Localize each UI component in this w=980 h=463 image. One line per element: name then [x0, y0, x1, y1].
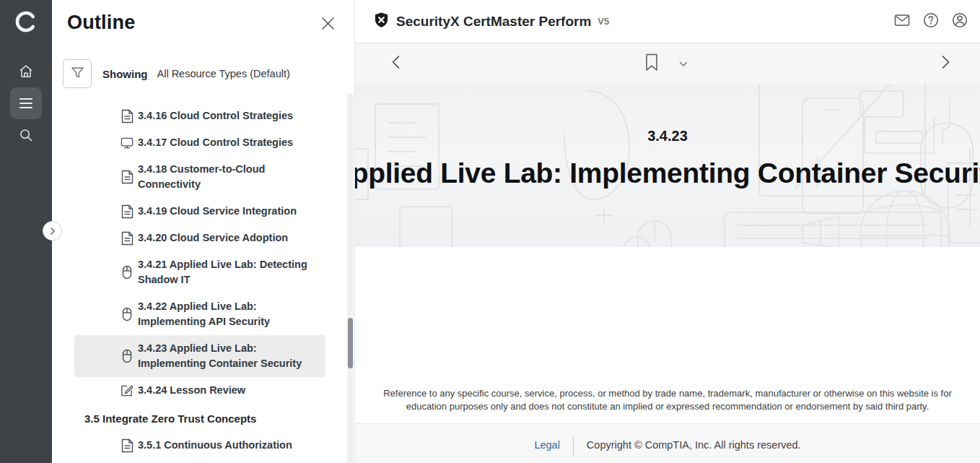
chevron-right-icon: [941, 55, 950, 72]
next-lesson-button[interactable]: [935, 53, 955, 74]
bookmark-icon: [645, 53, 658, 74]
outline-item[interactable]: 3.4.19 Cloud Service Integration: [74, 198, 325, 225]
filter-row: Showing All Resource Types (Default): [63, 59, 290, 88]
outline-item-label: 3.4.17 Cloud Control Strategies: [138, 135, 293, 150]
chevron-left-icon: [391, 55, 401, 72]
third-party-disclaimer: Reference to any specific course, servic…: [382, 387, 953, 413]
lesson-title: Applied Live Lab: Implementing Container…: [355, 157, 980, 189]
lesson-navbar: [355, 43, 980, 84]
outline-item-label: 3.4.21 Applied Live Lab: Detecting Shado…: [138, 257, 320, 287]
chevron-down-icon: [679, 57, 688, 70]
lesson-banner: 3.4.23 Applied Live Lab: Implementing Co…: [355, 84, 980, 247]
edit-icon: [121, 384, 134, 398]
comptia-c-logo: [13, 6, 39, 38]
page-footer: Legal Copyright © CompTIA, Inc. All righ…: [355, 423, 980, 463]
outline-list: 3.4.16 Cloud Control Strategies3.4.17 Cl…: [52, 103, 354, 459]
outline-item-label: 3.5.1 Continuous Authorization: [138, 438, 292, 453]
mail-icon: [893, 12, 911, 32]
copyright-text: Copyright © CompTIA, Inc. All rights res…: [587, 439, 801, 451]
monitor-icon: [121, 136, 134, 150]
outline-item-label: 3.4.24 Lesson Review: [138, 383, 245, 398]
filter-button[interactable]: [63, 59, 92, 88]
securityx-shield-icon: [373, 12, 390, 31]
outline-scrollbar-track[interactable]: [347, 94, 354, 463]
legal-link[interactable]: Legal: [534, 439, 559, 451]
account-icon: [951, 12, 968, 32]
mouse-icon: [121, 349, 134, 363]
outline-item[interactable]: 3.4.17 Cloud Control Strategies: [74, 129, 325, 156]
bookmark-group: [642, 53, 694, 74]
outline-item[interactable]: 3.4.23 Applied Live Lab: Implementing Co…: [74, 335, 325, 377]
app-title: SecurityX CertMaster Perform: [396, 14, 591, 30]
filter-showing-label: Showing: [102, 68, 148, 80]
bookmark-menu-button[interactable]: [673, 53, 694, 74]
app-rail: [0, 0, 52, 463]
main-column: SecurityX CertMaster Perform V5: [354, 0, 980, 463]
outline-item-label: 3.4.23 Applied Live Lab: Implementing Co…: [138, 341, 320, 371]
outline-item-label: 3.5 Integrate Zero Trust Concepts: [84, 411, 256, 426]
document-icon: [121, 109, 134, 124]
outline-item-label: 3.4.20 Cloud Service Adoption: [138, 230, 288, 246]
document-icon: [121, 231, 134, 246]
document-icon: [121, 438, 134, 453]
mouse-icon: [121, 265, 134, 280]
close-outline-button[interactable]: [319, 16, 336, 33]
document-icon: [121, 170, 134, 184]
close-icon: [321, 17, 335, 33]
previous-lesson-button[interactable]: [385, 53, 406, 74]
app-version: V5: [598, 16, 609, 27]
outline-section-header[interactable]: 3.5 Integrate Zero Trust Concepts: [84, 405, 325, 432]
outline-scrollbar-thumb[interactable]: [348, 318, 353, 368]
outline-panel: Outline Showing All Resource Types (Defa…: [52, 0, 354, 463]
outline-item[interactable]: 3.4.18 Customer-to-Cloud Connectivity: [74, 156, 325, 198]
messages-button[interactable]: [893, 13, 911, 30]
outline-item-label: 3.4.19 Cloud Service Integration: [138, 204, 297, 219]
outline-item-label: 3.4.22 Applied Live Lab: Implementing AP…: [138, 299, 320, 329]
collapse-outline-button[interactable]: [43, 221, 62, 241]
outline-item[interactable]: 3.4.20 Cloud Service Adoption: [74, 225, 325, 251]
mouse-icon: [121, 307, 134, 321]
outline-item[interactable]: 3.4.22 Applied Live Lab: Implementing AP…: [74, 293, 325, 335]
outline-item[interactable]: 3.4.16 Cloud Control Strategies: [74, 103, 325, 129]
outline-item-label: 3.4.16 Cloud Control Strategies: [138, 108, 293, 124]
outline-item-label: 3.4.18 Customer-to-Cloud Connectivity: [138, 162, 320, 192]
outline-item[interactable]: 3.4.24 Lesson Review: [74, 377, 325, 404]
lesson-number: 3.4.23: [647, 128, 688, 144]
help-icon: [922, 12, 940, 32]
outline-item[interactable]: 3.4.21 Applied Live Lab: Detecting Shado…: [74, 251, 325, 293]
outline-button[interactable]: [10, 87, 42, 119]
header-actions: [893, 13, 968, 30]
outline-panel-title: Outline: [67, 12, 135, 34]
menu-icon: [19, 97, 33, 110]
main-header: SecurityX CertMaster Perform V5: [355, 0, 980, 43]
search-icon: [18, 127, 34, 143]
lesson-content-area: Reference to any specific course, servic…: [355, 247, 980, 423]
help-button[interactable]: [922, 13, 940, 30]
home-button[interactable]: [10, 56, 42, 87]
document-icon: [121, 204, 134, 219]
bookmark-button[interactable]: [642, 53, 662, 74]
filter-value: All Resource Types (Default): [157, 68, 290, 79]
home-icon: [18, 64, 34, 79]
outline-item[interactable]: 3.5.1 Continuous Authorization: [74, 432, 325, 459]
chevron-right-icon: [49, 228, 56, 235]
filter-funnel-icon: [70, 65, 85, 82]
search-button[interactable]: [10, 119, 42, 151]
footer-divider: [573, 437, 574, 456]
account-button[interactable]: [951, 13, 968, 30]
